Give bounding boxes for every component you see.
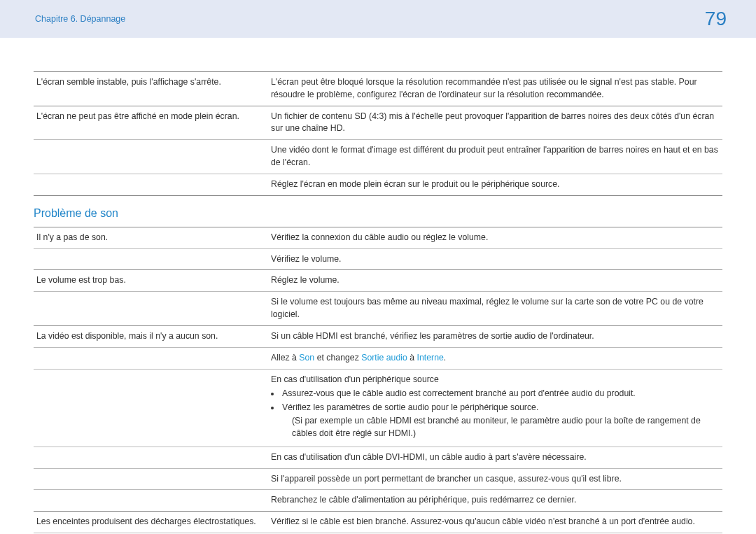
solution-cell: L'écran peut être bloqué lorsque la réso… bbox=[268, 72, 722, 106]
solution-cell: Rebranchez le câble d'alimentation au pé… bbox=[268, 490, 722, 511]
menu-path-highlight: Sortie audio bbox=[361, 353, 407, 363]
solution-cell: Vérifiez le volume. bbox=[268, 249, 722, 270]
issue-cell-empty bbox=[34, 348, 268, 369]
table-row: Les enceintes produisent des décharges é… bbox=[34, 512, 722, 533]
table-row: Vérifiez le volume. bbox=[34, 249, 722, 271]
page-content: L'écran semble instable, puis l'affichag… bbox=[0, 38, 756, 534]
issue-cell: Il n'y a pas de son. bbox=[34, 227, 268, 248]
table-row: Il n'y a pas de son. Vérifiez la connexi… bbox=[34, 227, 722, 249]
page-number: 79 bbox=[705, 8, 727, 30]
text: Allez à bbox=[271, 353, 299, 363]
bullet-list: Assurez-vous que le câble audio est corr… bbox=[281, 388, 720, 440]
list-item: Vérifiez les paramètres de sortie audio … bbox=[281, 402, 720, 440]
screen-issues-table: L'écran semble instable, puis l'affichag… bbox=[34, 71, 722, 196]
bullet-text: Vérifiez les paramètres de sortie audio … bbox=[282, 402, 538, 412]
sound-section-title: Problème de son bbox=[34, 196, 722, 227]
table-row: Rebranchez le câble d'alimentation au pé… bbox=[34, 490, 722, 512]
table-row: Une vidéo dont le format d'image est dif… bbox=[34, 140, 722, 174]
solution-cell: Une vidéo dont le format d'image est dif… bbox=[268, 140, 722, 174]
issue-cell: L'écran semble instable, puis l'affichag… bbox=[34, 72, 268, 106]
text: . bbox=[444, 353, 446, 363]
table-row: Le volume est trop bas. Réglez le volume… bbox=[34, 270, 722, 292]
issue-cell-empty bbox=[34, 249, 268, 270]
bullet-subtext: (Si par exemple un câble HDMI est branch… bbox=[282, 415, 720, 440]
menu-path-highlight: Interne bbox=[417, 353, 444, 363]
solution-cell: Si l'appareil possède un port permettant… bbox=[268, 469, 722, 490]
issue-cell: Le volume est trop bas. bbox=[34, 270, 268, 291]
periph-intro: En cas d'utilisation d'un périphérique s… bbox=[271, 374, 439, 384]
solution-cell: Vérifiez si le câble est bien branché. A… bbox=[268, 512, 722, 533]
table-row: Si le volume est toujours bas même au ni… bbox=[34, 292, 722, 326]
solution-cell: En cas d'utilisation d'un périphérique s… bbox=[268, 370, 722, 447]
issue-cell: La vidéo est disponible, mais il n'y a a… bbox=[34, 326, 268, 347]
table-row: L'écran semble instable, puis l'affichag… bbox=[34, 72, 722, 106]
solution-cell: Réglez l'écran en mode plein écran sur l… bbox=[268, 174, 722, 195]
table-row: En cas d'utilisation d'un câble DVI-HDMI… bbox=[34, 447, 722, 469]
solution-cell: En cas d'utilisation d'un câble DVI-HDMI… bbox=[268, 447, 722, 468]
list-item: Assurez-vous que le câble audio est corr… bbox=[281, 388, 720, 400]
table-row: En cas d'utilisation d'un périphérique s… bbox=[34, 370, 722, 447]
page-header: Chapitre 6. Dépannage 79 bbox=[0, 0, 756, 38]
chapter-link[interactable]: Chapitre 6. Dépannage bbox=[35, 14, 125, 24]
solution-cell: Allez à Son et changez Sortie audio à In… bbox=[268, 348, 722, 369]
text: à bbox=[407, 353, 417, 363]
document-page: Chapitre 6. Dépannage 79 L'écran semble … bbox=[0, 0, 756, 534]
issue-cell: L'écran ne peut pas être affiché en mode… bbox=[34, 106, 268, 140]
table-row: La vidéo est disponible, mais il n'y a a… bbox=[34, 326, 722, 348]
issue-cell-empty bbox=[34, 469, 268, 490]
solution-cell: Si un câble HDMI est branché, vérifiez l… bbox=[268, 326, 722, 347]
issue-cell-empty bbox=[34, 490, 268, 511]
table-row: Allez à Son et changez Sortie audio à In… bbox=[34, 348, 722, 370]
solution-cell: Un fichier de contenu SD (4:3) mis à l'é… bbox=[268, 106, 722, 140]
issue-cell-empty bbox=[34, 174, 268, 195]
table-row: Si l'appareil possède un port permettant… bbox=[34, 469, 722, 491]
solution-cell: Si le volume est toujours bas même au ni… bbox=[268, 292, 722, 325]
text: et changez bbox=[314, 353, 361, 363]
menu-path-highlight: Son bbox=[299, 353, 314, 363]
issue-cell-empty bbox=[34, 370, 268, 447]
issue-cell: Les enceintes produisent des décharges é… bbox=[34, 512, 268, 533]
solution-cell: Réglez le volume. bbox=[268, 270, 722, 291]
issue-cell-empty bbox=[34, 447, 268, 468]
solution-cell: Vérifiez la connexion du câble audio ou … bbox=[268, 227, 722, 248]
issue-cell-empty bbox=[34, 292, 268, 325]
sound-issues-table: Il n'y a pas de son. Vérifiez la connexi… bbox=[34, 227, 722, 534]
issue-cell-empty bbox=[34, 140, 268, 174]
table-row: Réglez l'écran en mode plein écran sur l… bbox=[34, 174, 722, 196]
table-row: L'écran ne peut pas être affiché en mode… bbox=[34, 106, 722, 141]
